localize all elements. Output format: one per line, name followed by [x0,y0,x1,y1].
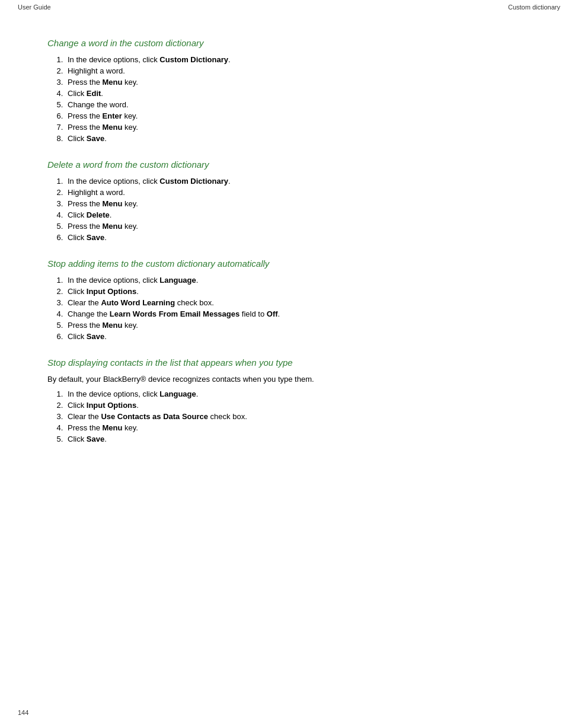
steps-change-word: In the device options, click Custom Dict… [59,55,531,143]
section-stop-adding: Stop adding items to the custom dictiona… [47,258,531,341]
section-title-stop-adding: Stop adding items to the custom dictiona… [47,258,531,269]
steps-stop-adding: In the device options, click Language. C… [59,276,531,341]
list-item: In the device options, click Language. [65,276,531,285]
list-item: Clear the Use Contacts as Data Source ch… [65,412,531,421]
list-item: Highlight a word. [65,188,531,197]
list-item: In the device options, click Custom Dict… [65,55,531,64]
list-item: Clear the Auto Word Learning check box. [65,298,531,307]
list-item: Click Edit. [65,89,531,98]
list-item: Press the Menu key. [65,222,531,231]
list-item: Click Input Options. [65,287,531,296]
list-item: Click Input Options. [65,401,531,410]
list-item: Press the Menu key. [65,321,531,330]
list-item: In the device options, click Language. [65,389,531,398]
steps-delete-word: In the device options, click Custom Dict… [59,177,531,242]
page-number: 144 [18,709,28,716]
page-content: Change a word in the custom dictionary I… [0,14,578,496]
section-intro-stop-displaying: By default, your BlackBerry® device reco… [47,375,531,384]
list-item: Press the Menu key. [65,423,531,432]
section-title-stop-displaying: Stop displaying contacts in the list tha… [47,357,531,368]
list-item: Click Save. [65,134,531,143]
list-item: Press the Menu key. [65,78,531,87]
list-item: Click Save. [65,332,531,341]
page-header: User Guide Custom dictionary [0,0,578,14]
list-item: In the device options, click Custom Dict… [65,177,531,186]
list-item: Change the Learn Words From Email Messag… [65,309,531,318]
list-item: Click Delete. [65,210,531,219]
section-delete-word: Delete a word from the custom dictionary… [47,159,531,242]
steps-stop-displaying: In the device options, click Language. C… [59,389,531,443]
section-title-change-word: Change a word in the custom dictionary [47,38,531,48]
list-item: Press the Menu key. [65,123,531,132]
header-right: Custom dictionary [508,4,560,11]
list-item: Change the word. [65,100,531,109]
section-stop-displaying: Stop displaying contacts in the list tha… [47,357,531,443]
list-item: Click Save. [65,233,531,242]
section-change-word: Change a word in the custom dictionary I… [47,38,531,143]
list-item: Press the Menu key. [65,199,531,208]
list-item: Click Save. [65,435,531,443]
section-title-delete-word: Delete a word from the custom dictionary [47,159,531,170]
header-left: User Guide [18,4,51,11]
page-footer: 144 [18,709,28,716]
list-item: Highlight a word. [65,66,531,75]
list-item: Press the Enter key. [65,111,531,120]
